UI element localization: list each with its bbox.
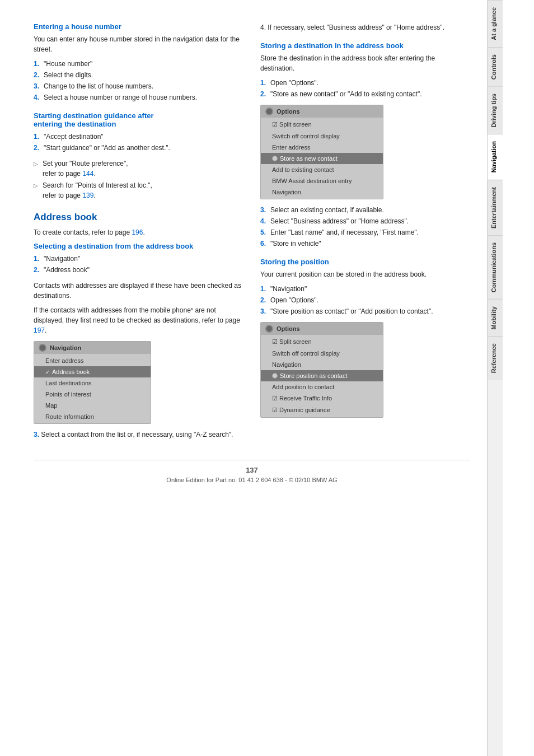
- store-dest-steps: 1. Open "Options". 2. "Store as new cont…: [260, 78, 470, 99]
- section-house-number: Entering a house number You can enter an…: [34, 22, 243, 102]
- menu-item-poi: Points of interest: [34, 389, 151, 400]
- page-number: 137: [34, 466, 470, 474]
- menu-split-screen-2: ☑ Split screen: [261, 336, 383, 348]
- list-item: 1. "House number": [34, 59, 243, 69]
- address-book-note1: Contacts with addresses are displayed if…: [34, 281, 243, 301]
- selecting-dest-steps: 1. "Navigation" 2. "Address book": [34, 254, 243, 275]
- tab-communications[interactable]: Communications: [488, 235, 503, 299]
- tab-reference[interactable]: Reference: [488, 336, 503, 380]
- list-item: 4. Select "Business address" or "Home ad…: [260, 216, 470, 226]
- store-pos-body: Your current position can be stored in t…: [260, 269, 470, 279]
- tab-controls[interactable]: Controls: [488, 47, 503, 86]
- list-item: 4. Select a house number or range of hou…: [34, 92, 243, 102]
- store-dest-body: Store the destination in the address boo…: [260, 53, 470, 73]
- house-number-steps: 1. "House number" 2. Select the digits. …: [34, 59, 243, 102]
- store-dest-more-steps: 3. Select an existing contact, if availa…: [260, 205, 470, 249]
- menu-enter-address: Enter address: [261, 142, 383, 153]
- selecting-dest-title: Selecting a destination from the address…: [34, 242, 243, 250]
- screenshot-title: Navigation: [50, 344, 81, 351]
- list-item: 2. Open "Options".: [260, 295, 470, 305]
- start-guidance-steps: 1. "Accept destination" 2. "Start guidan…: [34, 132, 243, 153]
- section-start-guidance: Starting destination guidance afterenter…: [34, 111, 243, 200]
- menu-switch-off-2: Switch off control display: [261, 348, 383, 359]
- list-item: 1. "Navigation": [260, 284, 470, 294]
- section-address-book: Address book To create contacts, refer t…: [34, 212, 243, 440]
- navigation-screenshot: Navigation Enter address ✓ Address book …: [34, 341, 151, 424]
- menu-split-screen: ☑ Split screen: [261, 119, 383, 130]
- menu-receive-traffic: ☑ Receive Traffic Info: [261, 393, 383, 404]
- store-pos-title: Storing the position: [260, 258, 470, 266]
- list-item: Set your "Route preference",refer to pag…: [34, 158, 243, 179]
- right-tabs: At a glance Controls Driving tips Naviga…: [487, 0, 503, 756]
- main-content: Entering a house number You can enter an…: [0, 0, 487, 756]
- list-item: 2. "Address book": [34, 265, 243, 275]
- menu-item-enter-address: Enter address: [34, 355, 151, 366]
- tab-at-a-glance[interactable]: At a glance: [488, 0, 503, 47]
- tab-entertainment[interactable]: Entertainment: [488, 180, 503, 235]
- tab-navigation[interactable]: Navigation: [488, 134, 503, 179]
- link-144[interactable]: 144: [82, 170, 93, 178]
- list-item: 1. Open "Options".: [260, 78, 470, 88]
- menu-navigation-2: Navigation: [261, 359, 383, 370]
- section-step4: 4. If necessary, select "Business addres…: [260, 22, 470, 32]
- list-item: 1. "Accept destination": [34, 132, 243, 142]
- options-menu-1: ☑ Split screen Switch off control displa…: [261, 118, 383, 199]
- link-197[interactable]: 197: [34, 326, 45, 334]
- start-guidance-bullets: Set your "Route preference",refer to pag…: [34, 158, 243, 200]
- list-item: Search for "Points of Interest at loc.",…: [34, 180, 243, 200]
- menu-item-map: Map: [34, 400, 151, 411]
- step4-text: 4. If necessary, select "Business addres…: [260, 22, 470, 32]
- options-menu-2: ☑ Split screen Switch off control displa…: [261, 335, 383, 417]
- section-store-destination: Storing a destination in the address boo…: [260, 41, 470, 249]
- link-196[interactable]: 196: [132, 228, 143, 236]
- section-store-position: Storing the position Your current positi…: [260, 258, 470, 418]
- screenshot-titlebar: Navigation: [34, 342, 151, 354]
- list-item: 6. "Store in vehicle": [260, 239, 470, 249]
- tab-driving-tips[interactable]: Driving tips: [488, 86, 503, 134]
- footer: 137 Online Edition for Part no. 01 41 2 …: [34, 460, 470, 483]
- left-column: Entering a house number You can enter an…: [34, 22, 243, 449]
- list-item: 2. "Store as new contact" or "Add to exi…: [260, 89, 470, 99]
- menu-store-new-contact: Store as new contact: [261, 153, 383, 164]
- menu-dynamic-guidance: ☑ Dynamic guidance: [261, 404, 383, 416]
- copyright-text: Online Edition for Part no. 01 41 2 604 …: [34, 477, 470, 483]
- options-titlebar-1: Options: [261, 105, 383, 118]
- options-icon-1: [265, 108, 273, 115]
- screenshot-menu: Enter address ✓ Address book Last destin…: [34, 354, 151, 423]
- menu-item-last-dest: Last destinations: [34, 377, 151, 389]
- address-book-title: Address book: [34, 212, 243, 223]
- menu-store-pos-contact: Store position as contact: [261, 370, 383, 381]
- menu-navigation: Navigation: [261, 186, 383, 198]
- list-item: 3. "Store position as contact" or "Add p…: [260, 306, 470, 316]
- menu-item-address-book: ✓ Address book: [34, 366, 151, 377]
- address-book-intro: To create contacts, refer to page 196.: [34, 227, 243, 237]
- list-item: 5. Enter "Last name" and, if necessary, …: [260, 227, 470, 237]
- menu-add-existing: Add to existing contact: [261, 164, 383, 175]
- store-dest-title: Storing a destination in the address boo…: [260, 41, 470, 50]
- nav-icon: [39, 344, 46, 352]
- list-item: 2. Select the digits.: [34, 70, 243, 80]
- list-item: 1. "Navigation": [34, 254, 243, 264]
- house-number-title: Entering a house number: [34, 22, 243, 31]
- step3-text: 3. Select a contact from the list or, if…: [34, 430, 243, 440]
- options-titlebar-2: Options: [261, 323, 383, 335]
- menu-switch-off: Switch off control display: [261, 130, 383, 142]
- link-139[interactable]: 139: [82, 192, 93, 199]
- store-pos-steps: 1. "Navigation" 2. Open "Options". 3. "S…: [260, 284, 470, 316]
- address-book-note2: If the contacts with addresses from the …: [34, 305, 243, 335]
- list-item: 3. Change to the list of house numbers.: [34, 81, 243, 91]
- house-number-body: You can enter any house number stored in…: [34, 34, 243, 54]
- right-column: 4. If necessary, select "Business addres…: [260, 22, 470, 449]
- options-title-1: Options: [277, 108, 300, 115]
- menu-item-route-info: Route information: [34, 411, 151, 422]
- tab-mobility[interactable]: Mobility: [488, 299, 503, 337]
- start-guidance-title: Starting destination guidance afterenter…: [34, 111, 243, 128]
- options-title-2: Options: [277, 325, 300, 332]
- menu-bmw-assist: BMW Assist destination entry: [261, 175, 383, 186]
- menu-add-pos-contact: Add position to contact: [261, 381, 383, 393]
- options-screenshot-2: Options ☑ Split screen Switch off contro…: [260, 322, 383, 418]
- two-col-layout: Entering a house number You can enter an…: [34, 22, 470, 449]
- list-item: 3. Select an existing contact, if availa…: [260, 205, 470, 215]
- options-icon-2: [265, 325, 273, 333]
- list-item: 2. "Start guidance" or "Add as another d…: [34, 143, 243, 153]
